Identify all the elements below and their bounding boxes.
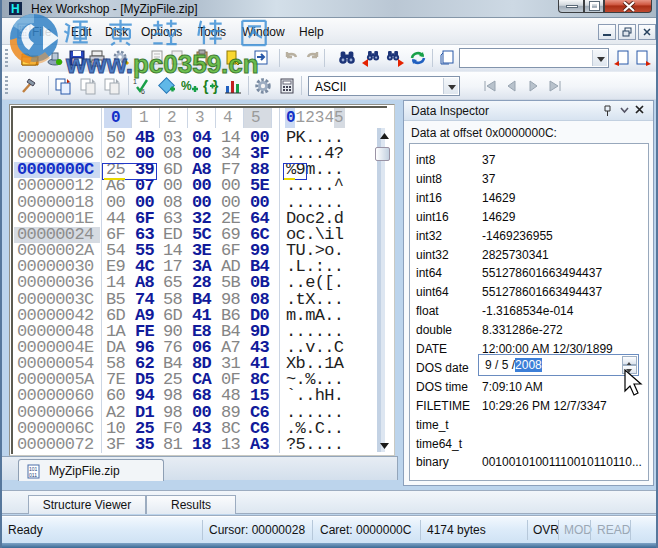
svg-text:%: % (181, 79, 192, 93)
svg-text:011: 011 (29, 472, 37, 478)
svg-text:{: { (203, 78, 209, 94)
